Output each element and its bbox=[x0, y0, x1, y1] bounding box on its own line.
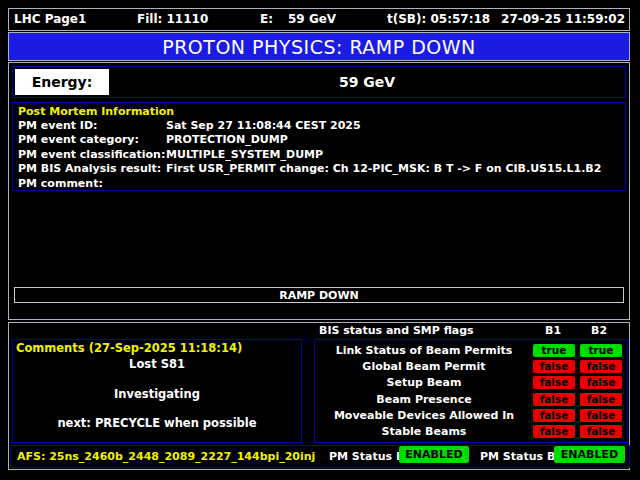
bis-row: Moveable Devices Allowed In false false bbox=[315, 407, 627, 423]
comment-line: Investigating bbox=[13, 387, 301, 401]
datetime: 27-09-25 11:59:02 bbox=[501, 9, 625, 30]
b2-status-badge: false bbox=[580, 376, 622, 389]
pm-row-value: PROTECTION_DUMP bbox=[166, 133, 620, 147]
bis-header-row: BIS status and SMP flags B1 B2 bbox=[9, 324, 629, 338]
main-panel: Energy: 59 GeV Post Mortem Information P… bbox=[8, 62, 630, 320]
bis-row: Setup Beam false false bbox=[315, 375, 627, 391]
energy-value: 59 GeV bbox=[111, 67, 623, 97]
pm-row-label: PM BIS Analysis result: bbox=[18, 162, 166, 176]
bis-row-label: Moveable Devices Allowed In bbox=[315, 409, 533, 422]
pm-row-label: PM comment: bbox=[18, 177, 166, 191]
b2-status-badge: true bbox=[580, 344, 622, 357]
bis-row: Global Beam Permit false false bbox=[315, 358, 627, 374]
bis-row-label: Setup Beam bbox=[315, 376, 533, 389]
energy-row: Energy: 59 GeV bbox=[12, 66, 626, 98]
bis-row-label: Link Status of Beam Permits bbox=[315, 344, 533, 357]
app-title: LHC Page1 bbox=[14, 9, 86, 30]
bis-header-title: BIS status and SMP flags bbox=[319, 324, 474, 337]
afs-scheme: AFS: 25ns_2460b_2448_2089_2227_144bpi_20… bbox=[17, 446, 315, 467]
pm-status-b1-badge: ENABLED bbox=[399, 446, 469, 463]
bottom-panel: BIS status and SMP flags B1 B2 Comments … bbox=[8, 322, 630, 470]
comment-line: next: PRECYCLE when possible bbox=[13, 416, 301, 430]
comment-line: Lost S81 bbox=[13, 357, 301, 371]
comments-title: Comments (27-Sep-2025 11:18:14) bbox=[16, 341, 242, 355]
bis-row: Beam Presence false false bbox=[315, 391, 627, 407]
pm-row-label: PM event ID: bbox=[18, 119, 166, 133]
energy-short-label: E: bbox=[260, 9, 273, 30]
bis-status-box: Link Status of Beam Permits true true Gl… bbox=[314, 339, 628, 443]
pm-row: PM BIS Analysis result: First USR_PERMIT… bbox=[18, 162, 620, 176]
energy-label: Energy: bbox=[32, 74, 93, 90]
pm-status-b2-badge: ENABLED bbox=[554, 446, 625, 463]
fill-number: Fill: 11110 bbox=[137, 9, 208, 30]
pm-row-value: Sat Sep 27 11:08:44 CEST 2025 bbox=[166, 119, 620, 133]
energy-label-box: Energy: bbox=[15, 69, 109, 95]
energy-short-value: 59 GeV bbox=[288, 9, 336, 30]
b1-status-badge: true bbox=[533, 344, 575, 357]
pm-status-b2-label: PM Status B2 bbox=[480, 446, 563, 467]
bis-col-b2: B2 bbox=[591, 324, 607, 337]
bis-row: Stable Beams false false bbox=[315, 424, 627, 440]
pm-row-value bbox=[166, 177, 620, 191]
page-title-bar: PROTON PHYSICS: RAMP DOWN bbox=[8, 32, 630, 61]
b2-status-badge: false bbox=[580, 393, 622, 406]
post-mortem-title: Post Mortem Information bbox=[18, 105, 620, 119]
pm-row: PM event ID: Sat Sep 27 11:08:44 CEST 20… bbox=[18, 119, 620, 133]
bis-row: Link Status of Beam Permits true true bbox=[315, 342, 627, 358]
post-mortem-box: Post Mortem Information PM event ID: Sat… bbox=[12, 102, 626, 191]
b2-status-badge: false bbox=[580, 360, 622, 373]
top-status-bar: LHC Page1 Fill: 11110 E: 59 GeV t(SB): 0… bbox=[8, 8, 630, 31]
pm-row: PM comment: bbox=[18, 177, 620, 191]
pm-row-value: MULTIPLE_SYSTEM_DUMP bbox=[166, 148, 620, 162]
b2-status-badge: false bbox=[580, 409, 622, 422]
bis-col-b1: B1 bbox=[545, 324, 561, 337]
b2-status-badge: false bbox=[580, 425, 622, 438]
beam-mode-bar: RAMP DOWN bbox=[14, 287, 624, 303]
bis-row-label: Beam Presence bbox=[315, 393, 533, 406]
b1-status-badge: false bbox=[533, 425, 575, 438]
bis-row-label: Stable Beams bbox=[315, 425, 533, 438]
pm-row: PM event category: PROTECTION_DUMP bbox=[18, 133, 620, 147]
b1-status-badge: false bbox=[533, 360, 575, 373]
pm-row: PM event classification: MULTIPLE_SYSTEM… bbox=[18, 148, 620, 162]
b1-status-badge: false bbox=[533, 376, 575, 389]
page-title: PROTON PHYSICS: RAMP DOWN bbox=[162, 36, 476, 58]
time-in-stable-beams: t(SB): 05:57:18 bbox=[387, 9, 490, 30]
b1-status-badge: false bbox=[533, 409, 575, 422]
bis-row-label: Global Beam Permit bbox=[315, 360, 533, 373]
bottom-status-bar: AFS: 25ns_2460b_2448_2089_2227_144bpi_20… bbox=[10, 445, 630, 468]
comments-box: Comments (27-Sep-2025 11:18:14) Lost S81… bbox=[12, 339, 302, 443]
pm-row-label: PM event classification: bbox=[18, 148, 166, 162]
b1-status-badge: false bbox=[533, 393, 575, 406]
pm-row-label: PM event category: bbox=[18, 133, 166, 147]
pm-row-value: First USR_PERMIT change: Ch 12-PIC_MSK: … bbox=[166, 162, 620, 176]
